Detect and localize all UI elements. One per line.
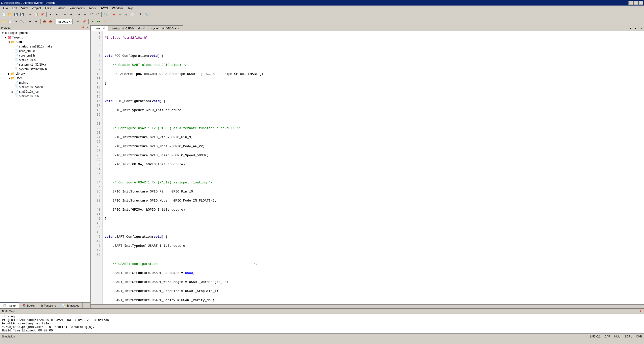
code-container: 1 2 3 4 5 6 7 8 9 10 11 12 13 14 15 16 1 bbox=[91, 31, 644, 304]
paste-button[interactable]: 📌 bbox=[39, 12, 45, 17]
tab-templates[interactable]: 📝 Templates bbox=[59, 303, 83, 308]
editor-tab-main-c[interactable]: main.c ✕ bbox=[91, 25, 108, 31]
tab-project[interactable]: 📋 Project bbox=[0, 303, 19, 308]
debug-target[interactable]: ◎ bbox=[123, 12, 129, 17]
editor-tab-system[interactable]: system_stm32f10x.c ✕ bbox=[148, 25, 183, 31]
tree-item-core-c[interactable]: 📄 core_cm3.c bbox=[1, 49, 90, 53]
tree-item-it-c[interactable]: ▶ 📄 stm32f10x_it.c bbox=[1, 89, 90, 94]
tree-item-startup[interactable]: 📄 startup_stm32f10x_md.s bbox=[1, 44, 90, 49]
tab-close-startup[interactable]: ✕ bbox=[143, 27, 145, 30]
target-select[interactable]: Target 1 bbox=[56, 19, 73, 24]
navigate-fwd[interactable]: → bbox=[68, 12, 74, 17]
tab-scroll-left[interactable]: ◀ bbox=[627, 25, 633, 31]
menu-help[interactable]: Help bbox=[125, 6, 135, 11]
build-line-1: linking... bbox=[2, 315, 642, 318]
tab-close-all[interactable]: ✕ bbox=[638, 25, 644, 31]
menu-debug[interactable]: Debug bbox=[55, 6, 67, 11]
tab-close-system[interactable]: ✕ bbox=[178, 27, 180, 30]
editor-tab-startup[interactable]: startup_stm32f10x_md.s ✕ bbox=[108, 25, 148, 31]
tb2-btn1[interactable]: 📁 bbox=[1, 19, 7, 24]
build-header: Build Output 📌 bbox=[0, 309, 644, 314]
tree-item-system-h[interactable]: 📄 system_stm32f10x.h bbox=[1, 67, 90, 71]
tb2-build[interactable]: ▶▶ bbox=[96, 19, 101, 24]
menu-window[interactable]: Window bbox=[110, 6, 125, 11]
status-ovr: OVR bbox=[636, 335, 642, 338]
tree-item-it-h[interactable]: 📄 stm32f10x_it.h bbox=[1, 94, 90, 99]
menu-edit[interactable]: Edit bbox=[10, 6, 19, 11]
tab-close-main[interactable]: ✕ bbox=[103, 27, 105, 30]
undo-button[interactable]: ↩ bbox=[48, 12, 53, 17]
tb2-btn6[interactable]: ⊖ bbox=[33, 19, 39, 24]
menu-file[interactable]: File bbox=[1, 6, 10, 11]
tb2-pin[interactable]: 📌 bbox=[82, 19, 87, 24]
tb2-config[interactable]: ⚙ bbox=[75, 19, 81, 24]
navigate-back[interactable]: ← bbox=[62, 12, 68, 17]
panel-tabs: 📋 Project 📚 Books {} Functions 📝 Templat… bbox=[0, 302, 90, 308]
status-num: NUM bbox=[614, 335, 621, 338]
copy-button[interactable]: 📋 bbox=[33, 12, 39, 17]
setup-btn[interactable]: 🔧 bbox=[144, 12, 149, 17]
debug-run[interactable]: ● bbox=[111, 12, 117, 17]
tb2-btn3[interactable]: ⚙ bbox=[13, 19, 19, 24]
tree-item-user[interactable]: ▼ 📂 User bbox=[1, 76, 90, 80]
build-title: Build Output bbox=[2, 310, 17, 313]
tb2-btn4[interactable]: 🔧 bbox=[19, 19, 25, 24]
panel-pin[interactable]: 📌 bbox=[81, 26, 85, 29]
windows-btn[interactable]: 🖥 bbox=[138, 12, 143, 17]
editor-scrollbar[interactable] bbox=[91, 304, 644, 308]
editor-area: main.c ✕ startup_stm32f10x_md.s ✕ system… bbox=[91, 25, 644, 308]
find-btn[interactable]: 🔍 bbox=[103, 12, 108, 17]
close-button[interactable]: ✕ bbox=[638, 1, 643, 5]
comment-btn[interactable]: // bbox=[89, 12, 94, 17]
tb2-run[interactable]: ▶ bbox=[90, 19, 95, 24]
tree-item-library[interactable]: ▶ 📂 Library bbox=[1, 71, 90, 76]
uncomment-btn[interactable]: // bbox=[95, 12, 100, 17]
maximize-button[interactable]: □ bbox=[633, 1, 638, 5]
tree-item-core-h[interactable]: 📄 core_cm3.h bbox=[1, 53, 90, 58]
tree-item-root[interactable]: ▼ 🖥 Project: project bbox=[1, 31, 90, 35]
build-line-5: Build Time Elapsed: 00:00:00 bbox=[2, 329, 642, 332]
tree-item-start[interactable]: ▼ 📂 Start bbox=[1, 40, 90, 44]
new-button[interactable]: 📄 bbox=[1, 12, 7, 17]
tb2-btn8[interactable]: 📤 bbox=[48, 19, 53, 24]
menu-peripherals[interactable]: Peripherals bbox=[67, 6, 87, 11]
debug-stop[interactable]: ○ bbox=[117, 12, 123, 17]
menu-project[interactable]: Project bbox=[30, 6, 43, 11]
titlebar-buttons: — □ ✕ bbox=[628, 1, 643, 5]
cut-button[interactable]: ✂ bbox=[27, 12, 33, 17]
build-pin[interactable]: 📌 bbox=[638, 310, 642, 313]
menu-view[interactable]: View bbox=[19, 6, 30, 11]
tree-item-system-c[interactable]: 📄 system_stm32f10x.c bbox=[1, 62, 90, 67]
menu-svcs[interactable]: SVCS bbox=[98, 6, 110, 11]
code-editor[interactable]: 1 2 3 4 5 6 7 8 9 10 11 12 13 14 15 16 1 bbox=[91, 31, 644, 304]
tree-item-conf-h[interactable]: 📄 stm32f10x_conf.h bbox=[1, 85, 90, 89]
tb2-rebuild[interactable]: ↻ bbox=[102, 19, 107, 24]
tb2-btn2[interactable]: 📋 bbox=[7, 19, 13, 24]
build-line-3: FromELF: creating hex file... bbox=[2, 322, 642, 325]
tree-item-target1[interactable]: ▼ 🎯 Target 1 bbox=[1, 35, 90, 40]
toolbar1: 📄 📂 💾 💾 ✂ 📋 📌 ↩ ↪ ← → ⇥ ⇤ // // 🔍 ● ○ ◎ … bbox=[0, 11, 644, 18]
code-content[interactable]: #include "stm32f10x.h" void RCC_Configur… bbox=[103, 31, 644, 304]
minimize-button[interactable]: — bbox=[628, 1, 633, 5]
panel-close[interactable]: ✕ bbox=[86, 26, 89, 29]
toolbar2: 📁 📋 ⚙ 🔧 ⊕ ⊖ 📥 📤 Target 1 ⚙ 📌 ▶ ▶▶ ↻ bbox=[0, 18, 644, 25]
titlebar-title: E:\Keil\project\11-2\project.uvprojx - µ… bbox=[1, 1, 55, 4]
unindent-btn[interactable]: ⇤ bbox=[83, 12, 88, 17]
save-all-button[interactable]: 💾 bbox=[19, 12, 25, 17]
tree-item-main-c[interactable]: 📄 main.c bbox=[1, 80, 90, 85]
debug-clear[interactable]: ⬜ bbox=[129, 12, 135, 17]
menu-flash[interactable]: Flash bbox=[43, 6, 54, 11]
tab-scroll-right[interactable]: ▶ bbox=[633, 25, 638, 31]
tb2-btn7[interactable]: 📥 bbox=[42, 19, 47, 24]
menu-tools[interactable]: Tools bbox=[87, 6, 98, 11]
tree-item-stm32h[interactable]: 📄 stm32f10x.h bbox=[1, 58, 90, 62]
save-button[interactable]: 💾 bbox=[13, 12, 19, 17]
redo-button[interactable]: ↪ bbox=[54, 12, 59, 17]
menubar: File Edit View Project Flash Debug Perip… bbox=[0, 6, 644, 11]
indent-btn[interactable]: ⇥ bbox=[76, 12, 82, 17]
tb2-btn5[interactable]: ⊕ bbox=[27, 19, 33, 24]
tab-books[interactable]: 📚 Books bbox=[19, 303, 38, 308]
open-button[interactable]: 📂 bbox=[7, 12, 13, 17]
tab-functions[interactable]: {} Functions bbox=[38, 303, 59, 308]
project-panel-title: Project bbox=[1, 26, 10, 29]
